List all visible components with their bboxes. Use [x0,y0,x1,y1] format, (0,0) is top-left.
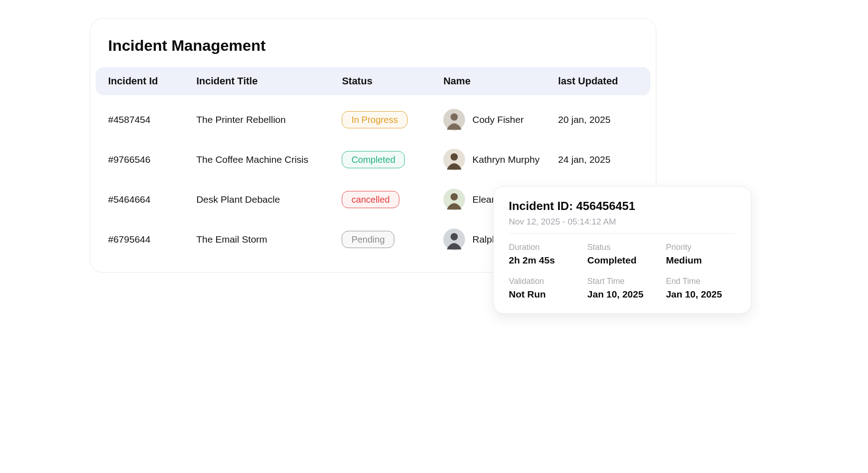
detail-value: Medium [666,255,735,266]
cell-incident-id: #9766546 [108,154,197,165]
status-badge: In Progress [342,111,407,128]
incident-detail-card: Incident ID: 456456451 Nov 12, 2025 - 05… [493,186,752,314]
detail-timestamp: Nov 12, 2025 - 05:14:12 AM [509,217,736,234]
svg-point-7 [451,233,458,240]
table-row[interactable]: #9766546 The Coffee Machine Crisis Compl… [96,140,650,180]
cell-incident-title: The Printer Rebellion [196,114,342,125]
detail-field: Duration 2h 2m 45s [509,243,578,266]
cell-status: Pending [342,231,443,248]
cell-incident-id: #4587454 [108,114,197,125]
cell-incident-title: The Coffee Machine Crisis [196,154,342,165]
column-header-name: Name [443,75,558,87]
cell-incident-id: #5464664 [108,194,197,205]
detail-grid: Duration 2h 2m 45s Status Completed Prio… [509,243,736,300]
assignee-name: Cody Fisher [472,114,524,125]
detail-field: Priority Medium [666,243,735,266]
table-header-row: Incident Id Incident Title Status Name l… [96,67,650,95]
column-header-status: Status [342,75,443,87]
detail-field: Status Completed [587,243,657,266]
detail-value: Jan 10, 2025 [666,289,735,300]
table-row[interactable]: #4587454 The Printer Rebellion In Progre… [96,100,650,140]
detail-value: Completed [587,255,657,266]
detail-label: End Time [666,277,735,286]
assignee-name: Kathryn Murphy [472,154,539,165]
cell-status: Completed [342,151,443,168]
cell-last-updated: 24 jan, 2025 [558,154,637,165]
detail-title: Incident ID: 456456451 [509,199,736,213]
detail-field: Start Time Jan 10, 2025 [587,277,657,300]
avatar [443,229,465,250]
page-title: Incident Management [90,37,656,67]
svg-point-1 [451,113,458,121]
detail-label: Validation [509,277,578,286]
detail-label: Start Time [587,277,657,286]
detail-field: End Time Jan 10, 2025 [666,277,735,300]
detail-value: 2h 2m 45s [509,255,578,266]
status-badge: cancelled [342,191,399,208]
detail-value: Jan 10, 2025 [587,289,657,300]
cell-incident-title: Desk Plant Debacle [196,194,342,205]
detail-value: Not Run [509,289,578,300]
detail-label: Status [587,243,657,252]
status-badge: Completed [342,151,405,168]
cell-status: cancelled [342,191,443,208]
cell-status: In Progress [342,111,443,128]
detail-title-prefix: Incident ID: [509,199,577,213]
column-header-updated: last Updated [558,75,637,87]
avatar [443,109,465,131]
detail-label: Duration [509,243,578,252]
cell-assignee: Kathryn Murphy [443,149,558,171]
avatar [443,149,465,171]
cell-assignee: Cody Fisher [443,109,558,131]
svg-point-3 [451,153,458,161]
column-header-id: Incident Id [108,75,197,87]
detail-field: Validation Not Run [509,277,578,300]
avatar [443,189,465,210]
cell-last-updated: 20 jan, 2025 [558,114,637,125]
status-badge: Pending [342,231,394,248]
svg-point-5 [451,193,458,200]
detail-label: Priority [666,243,735,252]
column-header-title: Incident Title [196,75,342,87]
cell-incident-title: The Email Storm [196,234,342,245]
detail-incident-id: 456456451 [576,199,635,213]
cell-incident-id: #6795644 [108,234,197,245]
